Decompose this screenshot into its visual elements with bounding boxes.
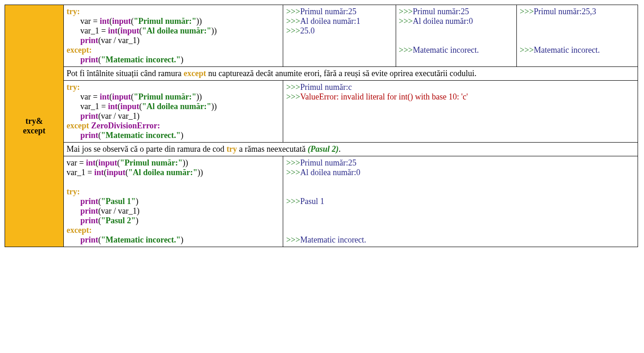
output-1b: >>>Primul număr:25 >>>Al doilea număr:0 … [396, 5, 517, 67]
output-2: >>>Primul număr:c >>>ValueError: invalid… [283, 81, 638, 143]
output-1a: >>>Primul număr:25 >>>Al doilea număr:1 … [283, 5, 396, 67]
code2-except: except [67, 121, 91, 130]
code-block-2: try: var = int(input("Primul număr:"))va… [64, 81, 283, 143]
code1-except: except: [67, 45, 92, 55]
code1-try: try: [67, 7, 80, 16]
code3-except: except: [67, 226, 92, 235]
code2-try: try: [67, 83, 80, 92]
side-label-line2: except [23, 126, 45, 135]
side-label-cell: try& except [5, 5, 64, 247]
side-label-line1: try& [26, 116, 43, 126]
output-1c: >>>Primul număr:25,3 >>>Matematic incore… [517, 5, 638, 67]
code3-try: try: [67, 187, 80, 196]
code-block-3: var = int(input("Primul număr:")) var_1 … [64, 156, 283, 247]
try-except-table: try& except try: var = int(input("Primul… [5, 5, 638, 247]
output-3: >>>Primul număr:25 >>>Al doilea număr:0 … [283, 156, 638, 247]
note-2: Mai jos se observă că o parte din ramura… [64, 143, 638, 156]
code-block-1: try: var = int(input("Primul număr:"))va… [64, 5, 283, 67]
note-1: Pot fi întâlnite situații când ramura ex… [64, 67, 638, 81]
